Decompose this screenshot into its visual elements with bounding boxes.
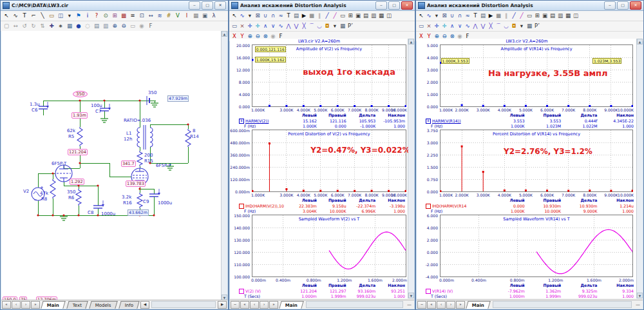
tab-first-button[interactable]: « (427, 301, 436, 309)
sch-select-region-icon[interactable]: ▢ (2, 22, 11, 30)
sch-fourier-icon[interactable]: F (146, 22, 155, 30)
sch-flag-icon[interactable]: ⚑ (74, 12, 83, 20)
sch-currents-icon[interactable]: I (182, 12, 191, 20)
sch-diagonal-wire-icon[interactable]: ╲ (38, 12, 47, 20)
an-pause-icon[interactable]: ∥ (316, 12, 323, 20)
sch-waveform-probe-icon[interactable]: ≋ (155, 12, 164, 20)
an-stop-icon[interactable]: ■ (495, 12, 502, 20)
close-button[interactable]: ✕ (214, 1, 226, 10)
an-peak-tool-icon[interactable]: ∧ (261, 22, 269, 30)
sch-text-grid-icon[interactable]: ▩ (119, 12, 128, 20)
an-waveform-menu-icon[interactable]: ▾ (433, 12, 440, 20)
an-slope-tool-icon[interactable]: ╳ (300, 22, 308, 30)
sch-text-icon[interactable]: T (20, 12, 29, 20)
an-pause-icon[interactable]: ∥ (502, 12, 510, 20)
sch-select-icon[interactable]: ↖ (2, 12, 11, 20)
sch-zoom-in-icon[interactable]: ⊕ (110, 22, 119, 30)
an-cursor-track-icon[interactable]: ✛ (440, 22, 448, 30)
scroll-down-arrow[interactable]: ▼ (408, 293, 414, 298)
tab-prev-button[interactable]: ‹ (12, 301, 21, 309)
an-smooth-tool-icon[interactable]: ≈ (464, 12, 471, 20)
sch-help-icon[interactable]: ? (92, 12, 101, 20)
chart-canvas-r14-waveform[interactable]: Sampled Waveform V(R14) vs T (440, 215, 633, 277)
an-cursor-add-icon[interactable]: ✛ (433, 22, 440, 30)
an-tile-rows-icon[interactable]: ▤ (549, 12, 556, 20)
analysis1-vscrollbar[interactable]: ▲ ▼ (408, 39, 414, 298)
an-tile-split-icon[interactable]: ◫ (385, 12, 393, 20)
an-data-grid-icon[interactable]: ▦ (339, 22, 346, 30)
an-valley-tool-icon[interactable]: ∨ (269, 22, 277, 30)
an-tag-point-icon[interactable]: P’ (533, 22, 541, 30)
minimize-button[interactable]: ‒ (189, 1, 200, 10)
sch-zoom-out-icon[interactable]: ⊖ (119, 22, 128, 30)
an-select-mode-icon[interactable]: ▭ (417, 22, 425, 30)
resize-grip[interactable]: — (405, 302, 413, 307)
an-bottom-tool-icon[interactable]: ◡ (502, 22, 510, 30)
sch-layer-b-icon[interactable]: ▥ (101, 22, 110, 30)
an-text-annotate-icon[interactable]: T (471, 12, 479, 20)
analysis2-titlebar[interactable]: Анализ искажений Distortion Analysis ‒ ▢… (416, 1, 643, 11)
an-tile-full-icon[interactable]: ▣ (541, 12, 549, 20)
sch-find-icon[interactable]: ∗ (56, 22, 65, 30)
an-tile-rows-icon[interactable]: ▤ (362, 12, 370, 20)
tab-text[interactable]: Text (66, 301, 88, 309)
sch-component-icon[interactable]: ▭ (47, 12, 56, 20)
sch-flip-icon[interactable]: ⇅ (38, 22, 47, 30)
schematic-titlebar[interactable]: C:\MC9\DATA\LW3.cir ‒ ▢ ✕ (1, 1, 228, 11)
an-zoom-select-icon[interactable]: ⊠ (440, 12, 448, 20)
an-line-color-icon[interactable]: ╱ (331, 12, 339, 20)
sch-info-on-icon[interactable]: ● (74, 22, 83, 30)
tab-prev-button[interactable]: ‹ (250, 301, 259, 309)
sch-rotate-icon[interactable]: ↺ (20, 22, 29, 30)
sch-rotate-cw-icon[interactable]: ↻ (29, 22, 38, 30)
an-tile-grid-icon[interactable]: ▦ (564, 12, 572, 20)
an-top-tool-icon[interactable]: ⌒ (308, 22, 316, 30)
an-cursor-track-icon[interactable]: ✛ (254, 22, 261, 30)
an-bottom-tool-icon[interactable]: ◡ (316, 22, 323, 30)
an-waveform-select-icon[interactable]: ∿ (425, 12, 433, 20)
an-tile-full-icon[interactable]: ▣ (354, 12, 362, 20)
an-slope-tool-icon[interactable]: ╳ (487, 22, 495, 30)
sch-file-box-icon[interactable]: ▭ (128, 22, 137, 30)
tab-next-button[interactable]: › (260, 301, 269, 309)
analysis1-titlebar[interactable]: Анализ искажений Distortion Analysis ‒ ▢… (229, 1, 415, 11)
an-new-plot-icon[interactable]: ▭ (339, 12, 346, 20)
an-add-grid-icon[interactable]: ⊞ (533, 12, 541, 20)
schematic-hscrollbar[interactable] (151, 301, 216, 308)
an-low-tool-icon[interactable]: ⋁ (292, 22, 300, 30)
an-tile-cols-icon[interactable]: ▥ (556, 12, 564, 20)
sch-toggle-box-icon[interactable]: ⊡ (137, 12, 146, 20)
an-intersect-tool-icon[interactable]: ∩ (456, 12, 464, 20)
tab-info[interactable]: Info (118, 301, 140, 309)
scroll-up-arrow[interactable]: ▲ (408, 39, 414, 44)
sch-properties-icon[interactable]: λ (209, 12, 218, 20)
tab-models[interactable]: Models (90, 301, 118, 309)
tab-first-button[interactable]: « (2, 301, 11, 309)
an-select-icon[interactable]: ↖ (417, 12, 425, 20)
an-top-tool-icon[interactable]: ⌒ (495, 22, 502, 30)
sch-pan-icon[interactable]: ↔ (146, 12, 155, 20)
hscroll-right-arrow[interactable]: ▶ (218, 301, 227, 309)
sch-ortho-wire-icon[interactable]: ⌐ (29, 12, 38, 20)
an-properties-icon[interactable]: ▤ (479, 12, 487, 20)
maximize-button[interactable]: ▢ (388, 1, 400, 10)
close-button[interactable]: ✕ (401, 1, 413, 10)
an-properties-icon[interactable]: ▤ (292, 12, 300, 20)
sch-monitor-icon[interactable]: ▦ (65, 22, 74, 30)
an-smooth-tool-icon[interactable]: ≈ (277, 12, 285, 20)
an-go-to-branch-icon[interactable]: ◘ (510, 22, 518, 30)
sch-wire-icon[interactable]: ∿ (11, 12, 20, 20)
maximize-button[interactable]: ▢ (202, 1, 213, 10)
tab-first-button[interactable]: « (240, 301, 249, 309)
sch-node-numbers-icon[interactable]: # (164, 12, 173, 20)
an-wave-highlight-icon[interactable]: ∿ (277, 22, 285, 30)
analysis1-plot-area[interactable]: LW3.cir V2.A=260m 0.0004.0008.00012.0001… (230, 39, 408, 298)
tab-next-button[interactable]: › (21, 301, 30, 309)
an-add-grid-icon[interactable]: ⊞ (346, 12, 354, 20)
schematic-canvas[interactable]: 1.3uC6100uC735062kR5RATIO=.036L112h200R1… (1, 31, 223, 302)
maximize-button[interactable]: ▢ (617, 1, 629, 10)
sch-grid-toggle-icon[interactable]: ▦ (191, 12, 200, 20)
sch-globe-icon[interactable]: ◉ (137, 22, 146, 30)
analysis2-vscrollbar[interactable]: ▲ ▼ (636, 39, 643, 298)
chart-canvas-r14-distortion[interactable]: Percent Distortion of V(R14) vs Frequenc… (440, 130, 633, 192)
